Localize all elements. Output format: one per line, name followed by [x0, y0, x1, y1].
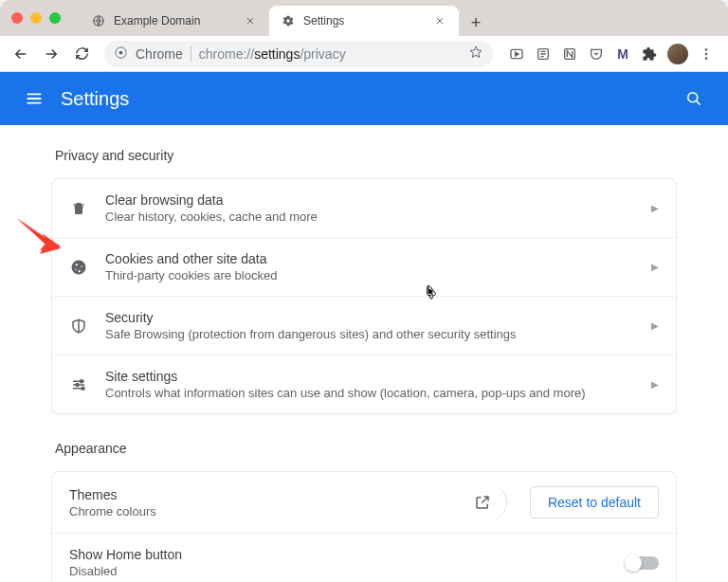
- new-tab-button[interactable]: +: [463, 9, 489, 36]
- row-security[interactable]: Security Safe Browsing (protection from …: [52, 296, 676, 355]
- row-title: Cookies and other site data: [105, 251, 634, 266]
- row-title: Security: [105, 310, 634, 325]
- chevron-right-icon: ▶: [651, 262, 659, 272]
- row-subtitle: Clear history, cookies, cache and more: [105, 209, 634, 224]
- row-title: Clear browsing data: [105, 192, 634, 208]
- svg-point-9: [688, 93, 698, 102]
- privacy-card: Clear browsing data Clear history, cooki…: [51, 178, 677, 414]
- gear-icon: [281, 13, 296, 28]
- svg-point-10: [81, 379, 83, 382]
- row-clear-browsing-data[interactable]: Clear browsing data Clear history, cooki…: [52, 179, 676, 237]
- row-subtitle: Controls what information sites can use …: [105, 386, 634, 400]
- address-bar[interactable]: Chrome chrome://settings/privacy: [104, 41, 493, 67]
- row-subtitle: Safe Browsing (protection from dangerous…: [105, 327, 634, 341]
- window-titlebar: Example Domain Settings +: [0, 0, 728, 36]
- window-maximize-button[interactable]: [49, 12, 61, 24]
- svg-point-8: [705, 57, 708, 60]
- row-title: Show Home button: [69, 547, 610, 562]
- browser-tab-example[interactable]: Example Domain: [80, 6, 269, 36]
- browser-toolbar: Chrome chrome://settings/privacy M: [0, 36, 728, 72]
- reload-button[interactable]: [68, 41, 95, 67]
- extensions-puzzle-icon[interactable]: [641, 45, 658, 63]
- globe-icon: [91, 13, 106, 28]
- pocket-icon[interactable]: [588, 45, 605, 63]
- row-home-button: Show Home button Disabled: [52, 533, 676, 582]
- pip-icon[interactable]: [508, 45, 525, 63]
- open-external-button[interactable]: [473, 485, 507, 519]
- window-minimize-button[interactable]: [30, 12, 42, 24]
- address-url: chrome://settings/privacy: [199, 46, 346, 62]
- extension-icons: M: [502, 44, 720, 64]
- svg-point-7: [705, 52, 708, 55]
- svg-point-12: [82, 387, 84, 390]
- row-subtitle: Disabled: [69, 564, 610, 578]
- back-button[interactable]: [8, 41, 34, 67]
- traffic-lights: [11, 12, 61, 24]
- tab-title: Settings: [303, 14, 425, 27]
- row-subtitle: Chrome colours: [69, 504, 456, 518]
- shield-icon: [69, 317, 88, 336]
- trash-icon: [69, 199, 88, 218]
- reader-icon[interactable]: [535, 45, 552, 63]
- row-subtitle: Third-party cookies are blocked: [105, 268, 634, 282]
- search-button[interactable]: [675, 80, 713, 118]
- chevron-right-icon: ▶: [651, 379, 659, 390]
- svg-point-2: [119, 50, 123, 54]
- page-title: Settings: [61, 88, 675, 110]
- notion-icon[interactable]: [561, 45, 578, 63]
- settings-page-body: Privacy and security Clear browsing data…: [0, 125, 728, 582]
- settings-header: Settings: [0, 72, 728, 125]
- svg-point-11: [76, 383, 79, 386]
- row-site-settings[interactable]: Site settings Controls what information …: [52, 355, 676, 413]
- section-title-appearance: Appearance: [55, 441, 677, 456]
- reset-to-default-button[interactable]: Reset to default: [530, 486, 659, 518]
- tab-title: Example Domain: [114, 14, 235, 27]
- svg-point-6: [705, 48, 708, 51]
- hamburger-menu-button[interactable]: [15, 80, 53, 118]
- profile-avatar[interactable]: [667, 44, 688, 64]
- sliders-icon: [69, 375, 88, 394]
- row-themes[interactable]: Themes Chrome colours Reset to default: [52, 472, 676, 533]
- window-close-button[interactable]: [11, 12, 23, 24]
- chrome-menu-icon[interactable]: [698, 45, 715, 63]
- chevron-right-icon: ▶: [651, 320, 659, 331]
- forward-button[interactable]: [38, 41, 64, 67]
- browser-tab-settings[interactable]: Settings: [269, 6, 459, 36]
- chevron-right-icon: ▶: [651, 203, 659, 213]
- cookie-icon: [69, 258, 88, 277]
- appearance-card: Themes Chrome colours Reset to default S…: [51, 471, 677, 582]
- bookmark-star-icon[interactable]: [468, 45, 483, 63]
- site-info-icon[interactable]: [114, 45, 128, 63]
- m-icon[interactable]: M: [614, 45, 631, 63]
- address-prefix-label: Chrome: [136, 46, 191, 62]
- row-title: Themes: [69, 487, 456, 502]
- row-cookies[interactable]: Cookies and other site data Third-party …: [52, 237, 676, 296]
- tab-close-button[interactable]: [432, 13, 447, 28]
- tab-close-button[interactable]: [243, 13, 258, 28]
- section-title-privacy: Privacy and security: [55, 148, 677, 163]
- home-button-toggle[interactable]: [627, 556, 659, 570]
- row-title: Site settings: [105, 369, 634, 384]
